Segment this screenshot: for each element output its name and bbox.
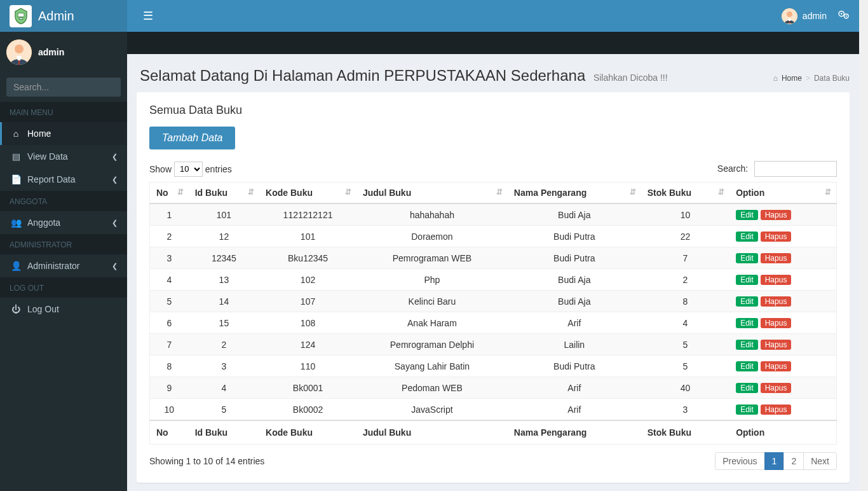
cell-no: 8 [150,356,189,377]
table-row: 312345Bku12345Pemrograman WEBBudi Putra7… [150,247,837,269]
cell-kode: 110 [259,356,356,377]
cell-pengarang: Arif [508,312,641,334]
sort-icon: ⇵ [496,188,503,197]
table-row: 212101DoraemonBudi Putra22Edit Hapus [150,226,837,247]
sidebar-item-report-data[interactable]: 📄Report Data❮ [0,168,127,191]
bars-icon: ☰ [143,10,153,22]
sidebar-item-home[interactable]: ⌂Home [0,122,127,145]
hapus-button[interactable]: Hapus [761,318,792,328]
edit-button[interactable]: Edit [736,361,758,371]
hapus-button[interactable]: Hapus [761,253,792,263]
browser-scrollbar[interactable] [859,0,868,491]
sidebar-item-log-out[interactable]: ⏻Log Out [0,298,127,321]
cell-pengarang: Budi Aja [508,204,641,226]
avatar [782,8,797,24]
hapus-button[interactable]: Hapus [761,405,792,415]
edit-button[interactable]: Edit [736,296,758,307]
column-header[interactable]: Kode Buku⇵ [259,183,356,204]
column-header[interactable]: Id Buku⇵ [189,183,259,204]
length-suffix: entries [205,163,232,174]
cell-no: 4 [150,269,189,291]
edit-button[interactable]: Edit [736,210,758,220]
avatar [6,39,32,65]
cell-stok: 8 [641,291,729,312]
view-icon: ▤ [10,151,22,162]
edit-button[interactable]: Edit [736,253,758,263]
column-header[interactable]: Option⇵ [729,183,836,204]
cell-kode: 124 [259,334,356,356]
length-prefix: Show [149,163,172,174]
tambah-data-button[interactable]: Tambah Data [149,127,235,149]
hapus-button[interactable]: Hapus [761,296,792,307]
cell-judul: Doraemon [356,226,508,247]
table-row: 94Bk0001Pedoman WEBArif40Edit Hapus [150,377,837,399]
sidebar-section-header: LOG OUT [0,277,127,298]
hapus-button[interactable]: Hapus [761,361,792,371]
sort-icon: ⇵ [630,188,636,197]
cell-option: Edit Hapus [729,399,836,421]
user-icon: 👤 [10,261,22,271]
home-icon: ⌂ [10,128,22,139]
cell-kode: Bku12345 [259,247,356,269]
column-header[interactable]: Stok Buku⇵ [641,183,729,204]
cell-option: Edit Hapus [729,269,836,291]
cell-id_buku: 14 [189,291,259,312]
pagination-page-1[interactable]: 1 [764,452,785,470]
sidebar-item-view-data[interactable]: ▤View Data❮ [0,145,127,168]
edit-button[interactable]: Edit [736,318,758,328]
sidebar-item-label: Report Data [27,174,75,184]
datatable-length-select[interactable]: 10 [174,162,203,177]
edit-button[interactable]: Edit [736,340,758,350]
cell-judul: Anak Haram [356,312,508,334]
content-header-bar [127,32,859,54]
breadcrumb-current: Data Buku [814,74,850,83]
brand-logo[interactable]: Admin [0,0,127,32]
navbar-user-menu[interactable]: admin [782,8,827,24]
pagination-next[interactable]: Next [803,452,837,470]
cell-no: 1 [150,204,189,226]
cell-option: Edit Hapus [729,312,836,334]
column-header[interactable]: No⇵ [150,183,189,204]
hapus-button[interactable]: Hapus [761,275,792,285]
sidebar-section-header: ANGGOTA [0,191,127,211]
edit-button[interactable]: Edit [736,383,758,393]
cell-option: Edit Hapus [729,247,836,269]
sidebar-toggle-button[interactable]: ☰ [137,3,159,29]
breadcrumb-home[interactable]: Home [782,74,802,83]
hapus-button[interactable]: Hapus [761,383,792,393]
edit-button[interactable]: Edit [736,232,758,242]
cell-kode: 102 [259,269,356,291]
column-header[interactable]: Judul Buku⇵ [356,183,508,204]
cell-stok: 3 [641,399,729,421]
datatable-search-input[interactable] [754,161,837,177]
edit-button[interactable]: Edit [736,405,758,415]
sidebar-item-anggota[interactable]: 👥Anggota❮ [0,211,127,234]
cell-judul: Kelinci Baru [356,291,508,312]
sort-icon: ⇵ [345,188,351,197]
sidebar-search-input[interactable] [7,78,131,96]
hapus-button[interactable]: Hapus [761,340,792,350]
edit-button[interactable]: Edit [736,275,758,285]
hapus-button[interactable]: Hapus [761,210,792,220]
sidebar-item-administrator[interactable]: 👤Administrator❮ [0,254,127,277]
pagination-previous[interactable]: Previous [715,452,764,470]
table-row: 105Bk0002JavaScriptArif3Edit Hapus [150,399,837,421]
cell-option: Edit Hapus [729,356,836,377]
cell-kode: Bk0001 [259,377,356,399]
sidebar-search-form: 🔍 [6,78,121,97]
chevron-left-icon: ❮ [112,176,118,184]
datatable-info: Showing 1 to 10 of 14 entries [149,456,264,466]
table-row: 413102PhpBudi Aja2Edit Hapus [150,269,837,291]
chevron-left-icon: ❮ [112,153,118,161]
cell-pengarang: Lailin [508,334,641,356]
data-box: Semua Data Buku Tambah Data Show 10 entr… [137,92,850,483]
cell-no: 7 [150,334,189,356]
settings-gears-icon[interactable] [838,10,850,22]
cell-pengarang: Budi Putra [508,226,641,247]
pagination-page-2[interactable]: 2 [783,452,804,470]
column-footer: Stok Buku [641,420,729,445]
svg-point-9 [15,45,24,53]
cell-pengarang: Budi Putra [508,356,641,377]
hapus-button[interactable]: Hapus [761,232,792,242]
column-header[interactable]: Nama Pengarang⇵ [508,183,641,204]
